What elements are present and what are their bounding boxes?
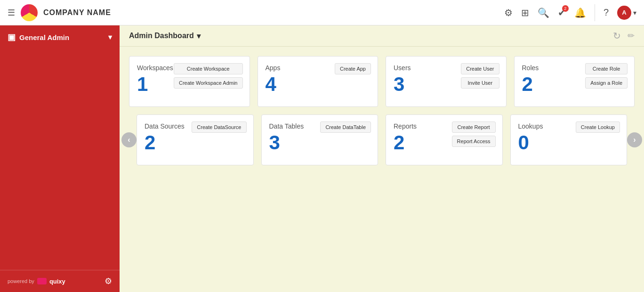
dashboard-chevron: ▾ [197, 32, 201, 41]
create-workspace-button[interactable]: Create Workspace [174, 63, 243, 74]
card-workspaces-buttons: Create Workspace Create Workspace Admin [174, 63, 243, 89]
sidebar-title: General Admin [19, 33, 69, 41]
invite-user-button[interactable]: Invite User [461, 77, 499, 89]
card-lookups: Lookups 0 Create Lookup [510, 114, 628, 165]
powered-by: powered by quixy [8, 278, 65, 285]
dashboard-dropdown[interactable]: Admin Dashboard ▾ [129, 32, 201, 41]
card-datatables-buttons: Create DataTable [320, 122, 371, 133]
sidebar-grid-icon: ▣ [8, 32, 16, 42]
card-apps-count: 4 [266, 73, 370, 95]
card-datasources: Data Sources 2 Create DataSource [137, 114, 254, 165]
content: Admin Dashboard ▾ ↻ ✏ Workspaces 1 Creat… [120, 25, 644, 292]
avatar-button[interactable]: A ▾ [617, 6, 636, 20]
topnav: ☰ COMPANY NAME ⚙ ⊞ 🔍 ✔ 2 🔔 ? A ▾ [0, 0, 644, 25]
card-datatables-count: 3 [269, 132, 370, 154]
edit-icon[interactable]: ✏ [628, 31, 635, 41]
dashboard-body: Workspaces 1 Create Workspace Create Wor… [120, 47, 644, 175]
card-roles: Roles 2 Create Role Assign a Role [514, 56, 635, 107]
search-icon[interactable]: 🔍 [538, 7, 549, 18]
prev-arrow[interactable]: ‹ [121, 132, 137, 147]
card-users: Users 3 Create User Invite User [386, 56, 507, 107]
create-lookup-button[interactable]: Create Lookup [576, 122, 620, 133]
card-datasources-count: 2 [145, 132, 246, 154]
avatar: A [617, 6, 631, 20]
quixy-icon [37, 278, 47, 284]
create-datatable-button[interactable]: Create DataTable [320, 122, 371, 133]
sidebar-header[interactable]: ▣ General Admin ▾ [0, 25, 120, 49]
help-icon[interactable]: ? [604, 7, 609, 18]
card-apps-buttons: Create App [335, 63, 371, 74]
content-header: Admin Dashboard ▾ ↻ ✏ [120, 25, 644, 47]
dashboard-title: Admin Dashboard [129, 32, 194, 40]
sidebar-settings-icon[interactable]: ⚙ [105, 276, 112, 286]
sidebar: ▣ General Admin ▾ powered by quixy ⚙ [0, 25, 120, 292]
quixy-brand: quixy [49, 278, 65, 285]
assign-role-button[interactable]: Assign a Role [585, 77, 628, 89]
avatar-chevron: ▾ [633, 9, 636, 16]
content-header-icons: ↻ ✏ [613, 30, 635, 41]
hamburger-icon[interactable]: ☰ [8, 8, 15, 18]
create-report-button[interactable]: Create Report [452, 122, 496, 133]
card-lookups-count: 0 [518, 132, 620, 154]
refresh-icon[interactable]: ↻ [613, 30, 621, 41]
company-name: COMPANY NAME [43, 8, 111, 17]
create-workspace-admin-button[interactable]: Create Workspace Admin [174, 77, 243, 89]
card-lookups-buttons: Create Lookup [576, 122, 620, 133]
settings-icon[interactable]: ⚙ [504, 7, 513, 18]
card-reports-buttons: Create Report Report Access [452, 122, 496, 147]
next-arrow[interactable]: › [627, 132, 642, 147]
grid-icon[interactable]: ⊞ [521, 7, 529, 18]
cards-row-2-wrapper: ‹ Data Sources 2 Create DataSource Data … [129, 114, 635, 165]
create-app-button[interactable]: Create App [335, 63, 371, 74]
card-reports: Reports 2 Create Report Report Access [386, 114, 503, 165]
nav-divider [595, 4, 595, 21]
card-users-buttons: Create User Invite User [461, 63, 499, 89]
card-workspaces: Workspaces 1 Create Workspace Create Wor… [129, 56, 250, 107]
powered-by-text: powered by [8, 278, 34, 284]
main-layout: ▣ General Admin ▾ powered by quixy ⚙ Adm… [0, 25, 644, 292]
card-datasources-buttons: Create DataSource [192, 122, 246, 133]
card-apps: Apps 4 Create App [258, 56, 378, 107]
cards-row-2: Data Sources 2 Create DataSource Data Ta… [137, 114, 627, 165]
topnav-left: ☰ COMPANY NAME [8, 4, 111, 21]
cards-row-1: Workspaces 1 Create Workspace Create Wor… [129, 56, 635, 107]
create-datasource-button[interactable]: Create DataSource [192, 122, 246, 133]
check-badge-icon[interactable]: ✔ 2 [558, 7, 566, 18]
topnav-right: ⚙ ⊞ 🔍 ✔ 2 🔔 ? A ▾ [504, 4, 636, 21]
card-roles-buttons: Create Role Assign a Role [585, 63, 628, 89]
create-role-button[interactable]: Create Role [585, 63, 628, 74]
create-user-button[interactable]: Create User [461, 63, 499, 74]
bell-icon[interactable]: 🔔 [574, 7, 586, 18]
card-datatables: Data Tables 3 Create DataTable [261, 114, 378, 165]
sidebar-chevron-down: ▾ [108, 33, 112, 41]
company-logo [21, 4, 38, 21]
sidebar-footer: powered by quixy ⚙ [0, 270, 120, 292]
badge-count: 2 [562, 5, 569, 12]
sidebar-header-left: ▣ General Admin [8, 32, 69, 42]
report-access-button[interactable]: Report Access [452, 136, 496, 147]
